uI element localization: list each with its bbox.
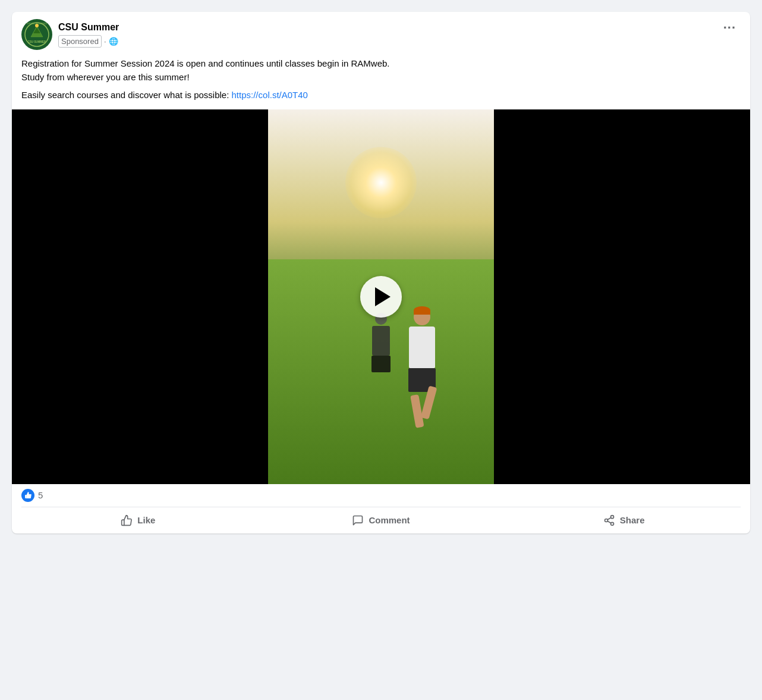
figure-front <box>395 309 449 428</box>
video-side-right <box>494 109 750 484</box>
post-subtitle: Sponsored · 🌐 <box>58 35 119 48</box>
person-hair <box>414 306 430 315</box>
reaction-count: 5 <box>38 490 43 500</box>
video-container[interactable] <box>12 109 750 484</box>
video-center <box>268 109 494 484</box>
like-reaction-icon <box>21 489 34 502</box>
comment-button[interactable]: Comment <box>260 510 503 531</box>
svg-line-11 <box>607 517 611 519</box>
post-author-name[interactable]: CSU Summer <box>58 21 119 34</box>
like-button-label: Like <box>137 515 155 525</box>
svg-text:EXPLORE EXPERIENCE: EXPLORE EXPERIENCE <box>27 23 47 25</box>
figure-back <box>363 313 399 390</box>
post-header-left: CSU SUMMER EXPLORE EXPERIENCE CSU Summer… <box>21 19 119 50</box>
person-head-front <box>414 309 430 325</box>
share-button-icon <box>603 514 615 526</box>
svg-line-10 <box>607 521 611 523</box>
post-meta: CSU Summer Sponsored · 🌐 <box>58 21 119 48</box>
play-icon <box>375 287 391 306</box>
video-side-left <box>12 109 268 484</box>
avatar[interactable]: CSU SUMMER EXPLORE EXPERIENCE <box>21 19 52 50</box>
post-body: Registration for Summer Session 2024 is … <box>12 55 750 109</box>
person-legs <box>395 392 449 425</box>
person-body-back <box>372 326 390 356</box>
dot-separator: · <box>104 37 106 46</box>
comment-button-label: Comment <box>369 515 410 525</box>
post-reactions: 5 <box>12 484 750 507</box>
svg-text:CSU SUMMER: CSU SUMMER <box>28 40 47 43</box>
share-button-label: Share <box>620 515 645 525</box>
post-text-line1: Registration for Summer Session 2024 is … <box>21 58 390 68</box>
like-button-icon <box>121 514 133 526</box>
sponsored-badge[interactable]: Sponsored <box>58 35 102 48</box>
post-header: CSU SUMMER EXPLORE EXPERIENCE CSU Summer… <box>12 12 750 55</box>
globe-icon: 🌐 <box>109 37 118 46</box>
post-link[interactable]: https://col.st/A0T40 <box>232 90 308 100</box>
post-text-line2: Study from wherever you are this summer! <box>21 72 190 82</box>
post-card: CSU SUMMER EXPLORE EXPERIENCE CSU Summer… <box>12 12 750 533</box>
post-text: Registration for Summer Session 2024 is … <box>21 57 741 102</box>
post-actions: Like Comment Share <box>12 507 750 533</box>
like-button[interactable]: Like <box>17 510 260 531</box>
share-button[interactable]: Share <box>502 510 745 531</box>
post-text-line3: Easily search courses and discover what … <box>21 90 229 100</box>
comment-button-icon <box>352 514 364 526</box>
more-options-button[interactable]: ··· <box>719 19 741 37</box>
play-button[interactable] <box>360 276 402 318</box>
person-shorts-back <box>371 356 391 372</box>
person-body-front <box>409 327 435 368</box>
